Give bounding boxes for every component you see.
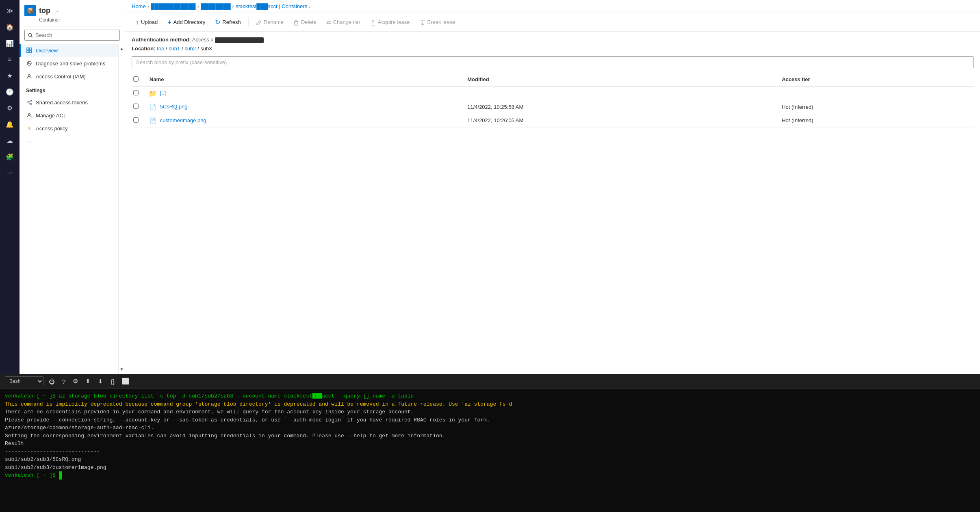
resource-icon: 📦	[24, 5, 36, 16]
row-name-file1[interactable]: 📄 5CsRQ.png	[145, 100, 462, 114]
terminal-settings-btn[interactable]: ⚙	[71, 377, 80, 386]
breadcrumb-sub1[interactable]: ████████████	[151, 3, 196, 9]
terminal-open-btn[interactable]: ⬜	[120, 377, 132, 386]
row-checkbox-input-parent[interactable]	[133, 90, 139, 95]
svg-rect-0	[27, 48, 29, 50]
file-icon-file1: 📄	[150, 104, 156, 110]
row-name-parent[interactable]: 📁 [..]	[145, 86, 462, 100]
terminal-upload-btn[interactable]: ⬆	[83, 377, 93, 386]
sidebar-item-more[interactable]: ···	[20, 135, 118, 148]
upload-button[interactable]: ↑ Upload	[132, 17, 162, 28]
access-tier-column-header[interactable]: Access tier	[777, 73, 973, 86]
term-final-prompt-text: venkatesh [ ~ ]$	[5, 472, 59, 478]
auth-info: Authentication method: Access k	[132, 37, 973, 43]
svg-point-11	[30, 104, 32, 105]
sidebar-scroll-up[interactable]: ▲	[119, 45, 125, 52]
terminal-body[interactable]: venkatesh [ ~ ]$ az storage blob directo…	[0, 389, 980, 512]
location-sub1[interactable]: sub1	[169, 45, 180, 52]
upload-icon: ↑	[136, 19, 139, 26]
row-checkbox-parent[interactable]	[132, 86, 145, 100]
file-link-file1[interactable]: 5CsRQ.png	[160, 104, 188, 110]
svg-point-9	[27, 102, 28, 103]
nav-dashboard[interactable]: 📊	[2, 36, 18, 50]
resource-type: Container	[24, 17, 120, 23]
loc-sep-1: /	[166, 45, 169, 52]
change-tier-button[interactable]: ⇄ Change tier	[322, 17, 364, 28]
sidebar-item-access-policy-label: Access policy	[36, 125, 68, 132]
row-checkbox-input-file2[interactable]	[133, 117, 139, 123]
table-row: 📁 [..]	[132, 86, 973, 100]
location-info: Location: top / sub1 / sub2 / sub3	[132, 45, 973, 52]
name-column-header[interactable]: Name	[145, 73, 462, 86]
nav-favorites[interactable]: ★	[2, 68, 18, 83]
sidebar-scroll-down[interactable]: ▼	[119, 366, 125, 372]
break-lease-button[interactable]: Break lease	[416, 17, 460, 27]
file-link-file2[interactable]: customerimage.png	[160, 117, 206, 123]
nav-more[interactable]: ···	[2, 166, 18, 180]
sidebar-item-access-policy[interactable]: Access policy	[20, 122, 118, 135]
delete-button[interactable]: Delete	[289, 17, 321, 27]
sidebar-scroll: ▲ ▼	[118, 44, 125, 374]
main-content: Authentication method: Access k Location…	[125, 32, 980, 374]
modified-column-header[interactable]: Modified	[462, 73, 777, 86]
svg-point-14	[28, 114, 30, 116]
select-all-header[interactable]	[132, 73, 145, 86]
sidebar-search-input[interactable]	[24, 30, 120, 41]
nav-collapse[interactable]: ≫	[2, 3, 18, 18]
terminal-help-btn[interactable]: ?	[60, 377, 67, 386]
svg-rect-2	[27, 51, 29, 53]
sidebar-item-diagnose[interactable]: Diagnose and solve problems	[20, 57, 118, 70]
acquire-lease-icon	[370, 19, 376, 25]
select-all-checkbox[interactable]	[133, 76, 139, 82]
row-checkbox-file2[interactable]	[132, 114, 145, 127]
breadcrumb-home[interactable]: Home	[132, 3, 146, 9]
add-directory-button[interactable]: + Add Directory	[163, 17, 209, 28]
breadcrumb-containers[interactable]: stacktest███acct | Containers	[236, 3, 307, 9]
term-cursor	[59, 471, 62, 480]
sidebar-item-manage-acl[interactable]: Manage ACL	[20, 109, 118, 122]
nav-notifications[interactable]: 🔔	[2, 117, 18, 132]
terminal-output-3: azure/storage/common/storage-auth-aad-rb…	[5, 424, 975, 432]
nav-puzzle[interactable]: 🧩	[2, 149, 18, 164]
row-checkbox-file1[interactable]	[132, 100, 145, 114]
terminal-power-btn[interactable]: ⏻	[47, 377, 57, 386]
sidebar-item-shared-access[interactable]: Shared access tokens	[20, 96, 118, 109]
location-top[interactable]: top	[157, 45, 164, 52]
auth-value: Access k	[192, 37, 265, 43]
refresh-button[interactable]: ↻ Refresh	[211, 16, 245, 28]
search-blobs-input[interactable]	[132, 56, 973, 68]
sidebar-item-overview-label: Overview	[36, 48, 58, 54]
sidebar-search-container	[24, 30, 120, 41]
file-link-parent[interactable]: [..]	[160, 90, 166, 96]
row-checkbox-input-file1[interactable]	[133, 104, 139, 109]
change-tier-icon: ⇄	[326, 19, 331, 26]
sidebar-item-overview[interactable]: Overview	[20, 44, 118, 57]
sidebar-nav: Overview Diagnose and solve problems Acc…	[20, 44, 118, 374]
nav-resources[interactable]: ⚙	[2, 101, 18, 115]
auth-label: Authentication method:	[132, 37, 191, 43]
nav-home[interactable]: 🏠	[2, 19, 18, 34]
shell-select[interactable]: Bash PowerShell	[5, 376, 43, 386]
resource-name: top	[39, 6, 50, 15]
sidebar-item-iam[interactable]: Access Control (IAM)	[20, 70, 118, 83]
settings-header: Settings	[20, 83, 118, 96]
rename-button[interactable]: Rename	[252, 17, 288, 27]
resource-more-btn[interactable]: ···	[55, 8, 60, 14]
nav-recent[interactable]: 🕐	[2, 84, 18, 99]
term-normal-1: There are no credentials provided in you…	[5, 409, 414, 415]
diagnose-icon	[26, 60, 33, 67]
breadcrumb-sep-3: ›	[232, 3, 234, 9]
location-sub2[interactable]: sub2	[184, 45, 196, 52]
terminal-result-sep: ------------------------------	[5, 448, 975, 456]
acquire-lease-button[interactable]: Acquire lease	[366, 17, 414, 27]
terminal-download-btn[interactable]: ⬇	[96, 377, 105, 386]
breadcrumb-sub2[interactable]: ████████	[201, 3, 231, 9]
terminal-warning-line: This command is implicitly deprecated be…	[5, 400, 975, 408]
terminal-final-prompt[interactable]: venkatesh [ ~ ]$	[5, 471, 975, 480]
nav-list[interactable]: ≡	[2, 52, 18, 67]
nav-cloud[interactable]: ☁	[2, 133, 18, 148]
sidebar-item-iam-label: Access Control (IAM)	[36, 73, 86, 80]
folder-icon: 📁	[150, 90, 156, 97]
row-name-file2[interactable]: 📄 customerimage.png	[145, 114, 462, 127]
terminal-code-btn[interactable]: {}	[108, 377, 117, 386]
